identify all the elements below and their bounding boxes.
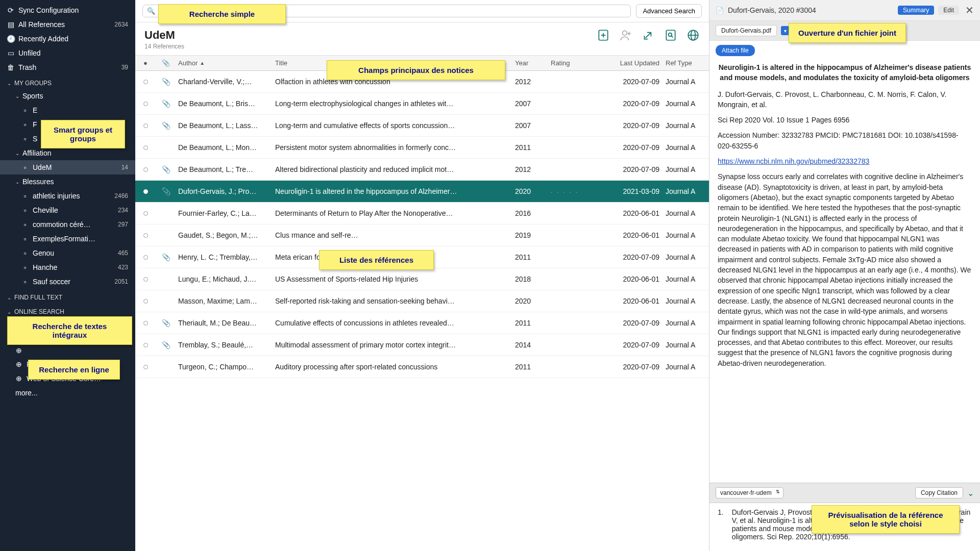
read-dot[interactable] bbox=[143, 255, 148, 260]
cell-title: Multimodal assessment of primary motor c… bbox=[273, 341, 515, 349]
read-dot[interactable] bbox=[143, 189, 148, 194]
cell-updated: 2020-07-09 bbox=[599, 341, 666, 349]
cell-type: Journal A bbox=[666, 275, 709, 283]
findfulltext-section[interactable]: ⌄FIND FULL TEXT bbox=[0, 289, 135, 303]
sidebar-group[interactable]: ▫athletic injuries2466 bbox=[0, 189, 135, 203]
cell-updated: 2020-07-09 bbox=[599, 121, 666, 130]
read-dot[interactable] bbox=[143, 277, 148, 282]
read-dot[interactable] bbox=[143, 321, 148, 325]
read-dot[interactable] bbox=[143, 233, 148, 238]
table-row[interactable]: Masson, Maxime; Lam… Self-reported risk-… bbox=[135, 290, 709, 312]
table-row[interactable]: 📎 Dufort-Gervais, J.; Pro… Neuroligin-1 … bbox=[135, 181, 709, 203]
sidebar: ⟳Sync Configuration ▤All References 2634… bbox=[0, 0, 135, 551]
read-dot[interactable] bbox=[143, 343, 148, 347]
new-ref-icon[interactable] bbox=[597, 29, 610, 42]
sports-group[interactable]: ⌄Sports bbox=[0, 89, 135, 103]
all-references[interactable]: ▤All References 2634 bbox=[0, 17, 135, 32]
read-dot[interactable] bbox=[143, 102, 148, 106]
table-row[interactable]: 📎 De Beaumont, L.; Tre… Altered bidirect… bbox=[135, 159, 709, 181]
mygroups-section[interactable]: ⌄MY GROUPS bbox=[0, 74, 135, 89]
ref-ids: Accession Number: 32332783 PMCID: PMC718… bbox=[718, 130, 972, 151]
read-dot[interactable] bbox=[143, 365, 148, 369]
edit-tab[interactable]: Edit bbox=[938, 6, 959, 15]
read-dot[interactable] bbox=[143, 80, 148, 84]
summary-tab[interactable]: Summary bbox=[898, 6, 934, 15]
cell-rating[interactable]: . . . . . bbox=[551, 189, 599, 194]
table-row[interactable]: 📎 De Beaumont, L.; Bris… Long-term elect… bbox=[135, 93, 709, 115]
col-updated[interactable]: Last Updated bbox=[599, 59, 666, 67]
export-icon[interactable] bbox=[642, 29, 655, 42]
sports-sub-1[interactable]: ▫E bbox=[0, 103, 135, 117]
all-label: All References bbox=[18, 20, 65, 29]
sidebar-group[interactable]: ▫ExemplesFormati… bbox=[0, 232, 135, 246]
table-row[interactable]: Turgeon, C.; Champo… Auditory processing… bbox=[135, 356, 709, 378]
online-hidden-3[interactable]: ⊕ bbox=[0, 344, 135, 357]
table-row[interactable]: Fournier-Farley, C.; La… Determinants of… bbox=[135, 203, 709, 224]
callout-fulltext: Recherche de textes intégraux bbox=[7, 316, 132, 345]
pdf-dropdown-icon[interactable]: ▾ bbox=[781, 26, 789, 35]
sidebar-group[interactable]: ▫Sauf soccer2051 bbox=[0, 274, 135, 289]
callout-list: Liste des références bbox=[319, 250, 434, 270]
sidebar-group[interactable]: ▫Hanche423 bbox=[0, 260, 135, 274]
chevron-down-icon[interactable]: ⌄ bbox=[967, 488, 974, 498]
sidebar-group[interactable]: ▫Cheville234 bbox=[0, 203, 135, 217]
cell-author: Masson, Maxime; Lam… bbox=[176, 297, 273, 305]
cell-updated: 2021-03-09 bbox=[599, 187, 666, 195]
udem-group[interactable]: ▫UdeM 14 bbox=[0, 160, 135, 174]
more-online[interactable]: more... bbox=[0, 386, 135, 400]
recently-added[interactable]: 🕘Recently Added bbox=[0, 32, 135, 46]
attach-file-button[interactable]: Attach file bbox=[716, 45, 755, 56]
unfiled[interactable]: ▭Unfiled bbox=[0, 46, 135, 60]
read-dot[interactable] bbox=[143, 299, 148, 304]
cell-title: US Assessment of Sports-related Hip Inju… bbox=[273, 275, 515, 283]
table-row[interactable]: 📎 Theriault, M.; De Beau… Cumulative eff… bbox=[135, 312, 709, 334]
copy-citation-button[interactable]: Copy Citation bbox=[915, 487, 963, 498]
group-count: 2466 bbox=[114, 192, 128, 199]
globe-icon[interactable] bbox=[687, 29, 700, 42]
read-dot[interactable] bbox=[143, 145, 148, 150]
col-attachment[interactable]: 📎 bbox=[156, 59, 176, 67]
table-row[interactable]: De Beaumont, L.; Mon… Persistent motor s… bbox=[135, 137, 709, 159]
close-icon[interactable]: ✕ bbox=[965, 4, 974, 16]
cell-title: Long-term and cumulative effects of spor… bbox=[273, 121, 515, 130]
read-dot[interactable] bbox=[143, 167, 148, 172]
cell-type: Journal A bbox=[666, 363, 709, 371]
sidebar-group[interactable]: ▫commotion céré…297 bbox=[0, 217, 135, 232]
read-dot[interactable] bbox=[143, 211, 148, 216]
cell-author: Theriault, M.; De Beau… bbox=[176, 319, 273, 327]
col-type[interactable]: Ref Type bbox=[666, 59, 709, 67]
table-row[interactable]: Gaudet, S.; Begon, M.;… Clus rmance and … bbox=[135, 224, 709, 246]
svg-line-8 bbox=[671, 36, 673, 37]
group-icon: ▫ bbox=[21, 249, 29, 257]
read-dot[interactable] bbox=[143, 123, 148, 128]
add-user-icon[interactable] bbox=[619, 29, 632, 42]
cell-updated: 2020-06-01 bbox=[599, 209, 666, 217]
advanced-search-button[interactable]: Advanced Search bbox=[636, 4, 702, 18]
col-year[interactable]: Year bbox=[515, 59, 551, 67]
cell-title: Clus rmance and self-re… bbox=[273, 231, 515, 239]
trash[interactable]: 🗑Trash 39 bbox=[0, 60, 135, 74]
unfiled-label: Unfiled bbox=[18, 49, 41, 57]
table-row[interactable]: 📎 Tremblay, S.; Beaulé,… Multimodal asse… bbox=[135, 334, 709, 356]
ref-url[interactable]: https://www.ncbi.nlm.nih.gov/pubmed/3233… bbox=[718, 157, 869, 165]
search-ref-icon[interactable] bbox=[664, 29, 677, 42]
blessures-group[interactable]: ⌄Blessures bbox=[0, 174, 135, 189]
citation-style-select[interactable]: vancouver-fr-udem ⇅ bbox=[716, 487, 783, 498]
cell-updated: 2020-07-09 bbox=[599, 363, 666, 371]
pdf-chip[interactable]: Dufort-Gervais.pdf bbox=[716, 25, 777, 36]
table-row[interactable]: Lungu, E.; Michaud, J.… US Assessment of… bbox=[135, 268, 709, 290]
table-row[interactable]: 📎 De Beaumont, L.; Lass… Long-term and c… bbox=[135, 115, 709, 137]
col-rating[interactable]: Rating bbox=[551, 59, 599, 67]
onlinesearch-section[interactable]: ⌄ONLINE SEARCH bbox=[0, 303, 135, 317]
cell-year: 2011 bbox=[515, 253, 551, 261]
sidebar-group[interactable]: ▫Genou465 bbox=[0, 246, 135, 260]
col-read[interactable]: ● bbox=[135, 59, 156, 67]
callout-attach: Ouverture d'un fichier joint bbox=[789, 23, 906, 43]
callout-search: Recherche simple bbox=[158, 4, 286, 24]
group-icon: ▫ bbox=[21, 135, 29, 142]
col-author[interactable]: Author▲ bbox=[176, 59, 273, 67]
cell-year: 2018 bbox=[515, 275, 551, 283]
cell-year: 2020 bbox=[515, 187, 551, 195]
citation-bar: vancouver-fr-udem ⇅ Copy Citation ⌄ bbox=[709, 483, 980, 503]
sync-config[interactable]: ⟳Sync Configuration bbox=[0, 3, 135, 17]
